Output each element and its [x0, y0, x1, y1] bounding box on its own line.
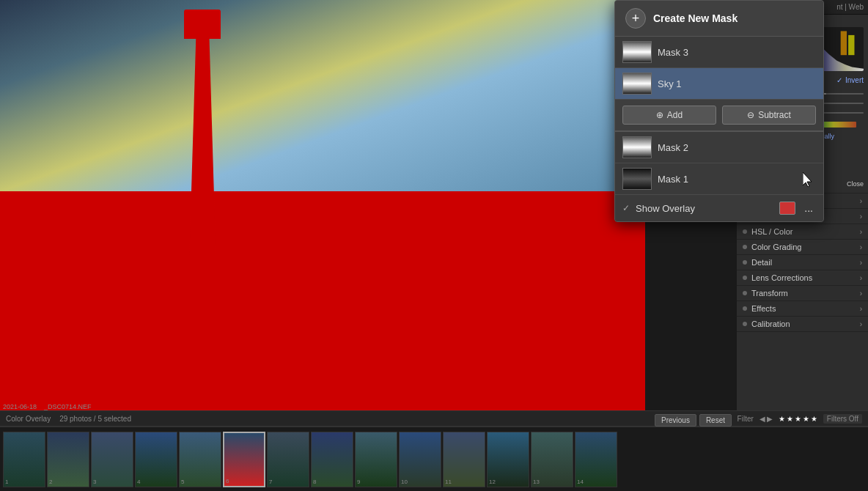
mask-item-sky1[interactable]: Sky 1: [615, 68, 823, 100]
mask1-label: Mask 1: [658, 174, 688, 185]
nav-transform-label: Transform: [751, 289, 788, 298]
mask2-thumbnail: [622, 136, 652, 158]
nav-dot-colorgrading: [743, 245, 747, 249]
filmstrip: 1 2 3 4 5 6 7 8 9 10 11: [0, 427, 868, 491]
thumb-num-1: 1: [5, 479, 8, 485]
nav-back[interactable]: ◀: [760, 415, 765, 423]
thumb-num-9: 9: [357, 479, 360, 485]
nav-buttons-bottom: Previous Reset: [650, 414, 736, 427]
add-label: Add: [667, 110, 683, 120]
nav-dot-transform: [743, 291, 747, 295]
nav-fwd[interactable]: ▶: [767, 415, 773, 423]
thumb-num-8: 8: [313, 479, 316, 485]
close-panel-button[interactable]: Close: [847, 180, 864, 188]
star-rating: ★★★★★: [779, 415, 817, 423]
film-thumb-3[interactable]: 3: [91, 432, 133, 487]
subtract-button[interactable]: ⊖ Subtract: [722, 106, 816, 125]
overlay-more-button[interactable]: ...: [801, 201, 816, 215]
film-thumb-11[interactable]: 11: [443, 432, 485, 487]
nav-transform[interactable]: Transform ›: [737, 286, 868, 301]
nav-arrows: ◀ ▶: [760, 415, 773, 423]
nav-dot-detail: [743, 260, 747, 265]
film-thumb-7[interactable]: 7: [267, 432, 309, 487]
thumb-num-6: 6: [226, 478, 229, 484]
film-thumb-6[interactable]: 6: [223, 432, 265, 487]
nav-dot-calibration: [743, 322, 747, 326]
film-thumb-1[interactable]: 1: [3, 432, 45, 487]
film-thumb-14[interactable]: 14: [575, 432, 617, 487]
film-thumb-8[interactable]: 8: [311, 432, 353, 487]
mask-item-mask1[interactable]: Mask 1: [615, 163, 823, 195]
nav-transform-arrow: ›: [860, 289, 862, 298]
thumb-num-7: 7: [269, 479, 272, 485]
filmstrip-thumbs: 1 2 3 4 5 6 7 8 9 10 11: [0, 427, 620, 491]
nav-calibration[interactable]: Calibration ›: [737, 317, 868, 332]
filename-info: _DSC0714.NEF: [44, 403, 92, 410]
thumb-num-12: 12: [489, 479, 496, 485]
mask-panel-title: Create New Mask: [653, 12, 738, 24]
nav-calibration-arrow: ›: [860, 320, 862, 328]
thumb-num-10: 10: [401, 479, 408, 485]
overlay-color-swatch[interactable]: [779, 202, 795, 215]
nav-hsl[interactable]: HSL / Color ›: [737, 224, 868, 240]
thumb-num-2: 2: [49, 479, 52, 485]
film-thumb-13[interactable]: 13: [531, 432, 573, 487]
nav-lens-label: Lens Corrections: [751, 273, 812, 282]
bottom-info: 2021-06-18 _DSC0714.NEF: [3, 403, 92, 410]
thumb-num-3: 3: [93, 479, 96, 485]
film-thumb-4[interactable]: 4: [135, 432, 177, 487]
lighthouse-top: [184, 10, 221, 39]
nav-lens-corrections[interactable]: Lens Corrections ›: [737, 270, 868, 286]
date-info: 2021-06-18: [3, 403, 37, 410]
nav-hsl-arrow: ›: [860, 228, 862, 236]
status-right: Filter ◀ ▶ ★★★★★ Filters Off: [738, 414, 862, 424]
mask-panel: + Create New Mask Mask 3 Sky 1 ⊕ Add ⊖ S…: [614, 0, 824, 222]
show-overlay-checkbox[interactable]: ✓: [622, 203, 630, 213]
svg-rect-0: [841, 31, 847, 55]
sky1-label: Sky 1: [658, 78, 682, 89]
thumb-num-11: 11: [445, 479, 452, 485]
thumb-num-4: 4: [137, 479, 140, 485]
nav-dot-hsl: [743, 229, 747, 234]
nav-dot-effects: [743, 306, 747, 311]
invert-checkbox[interactable]: ✓: [836, 76, 842, 84]
red-overlay: [0, 191, 645, 425]
status-bar: Color Overlay 29 photos / 5 selected Fil…: [0, 410, 868, 427]
film-thumb-2[interactable]: 2: [47, 432, 89, 487]
create-new-mask-button[interactable]: +: [625, 8, 646, 29]
nav-calibration-label: Calibration: [751, 320, 790, 328]
film-thumb-9[interactable]: 9: [355, 432, 397, 487]
film-thumb-5[interactable]: 5: [179, 432, 221, 487]
nav-effects[interactable]: Effects ›: [737, 301, 868, 317]
nav-colorgrading-arrow: ›: [860, 243, 862, 251]
previous-button[interactable]: Previous: [655, 414, 696, 427]
filter-label: Filter: [738, 415, 754, 423]
nav-lens-arrow: ›: [860, 274, 862, 282]
filters-off-button[interactable]: Filters Off: [823, 414, 862, 424]
nav-detail-label: Detail: [751, 258, 772, 267]
invert-label: Invert: [845, 76, 864, 84]
show-overlay-label: Show Overlay: [636, 203, 695, 214]
subtract-label: Subtract: [758, 110, 791, 120]
reset-button[interactable]: Reset: [699, 414, 732, 427]
mask-item-mask2[interactable]: Mask 2: [615, 132, 823, 163]
nav-detail[interactable]: Detail ›: [737, 255, 868, 270]
subtract-icon: ⊖: [747, 110, 754, 120]
add-subtract-row: ⊕ Add ⊖ Subtract: [615, 100, 823, 131]
add-icon: ⊕: [656, 110, 663, 120]
nav-color-grading[interactable]: Color Grading ›: [737, 240, 868, 255]
nav-basic-arrow: ›: [860, 197, 862, 205]
film-thumb-10[interactable]: 10: [399, 432, 441, 487]
main-photo: [0, 0, 645, 425]
nav-detail-arrow: ›: [860, 259, 862, 267]
mask3-label: Mask 3: [658, 47, 688, 58]
film-thumb-12[interactable]: 12: [487, 432, 529, 487]
nav-dot-lens: [743, 276, 747, 280]
mask-item-mask3[interactable]: Mask 3: [615, 37, 823, 68]
sky1-section: Sky 1 ⊕ Add ⊖ Subtract: [615, 68, 823, 132]
nav-effects-arrow: ›: [860, 305, 862, 313]
svg-rect-1: [848, 35, 854, 55]
nav-colorgrading-label: Color Grading: [751, 243, 801, 251]
add-button[interactable]: ⊕ Add: [622, 106, 716, 125]
thumb-num-13: 13: [533, 479, 540, 485]
